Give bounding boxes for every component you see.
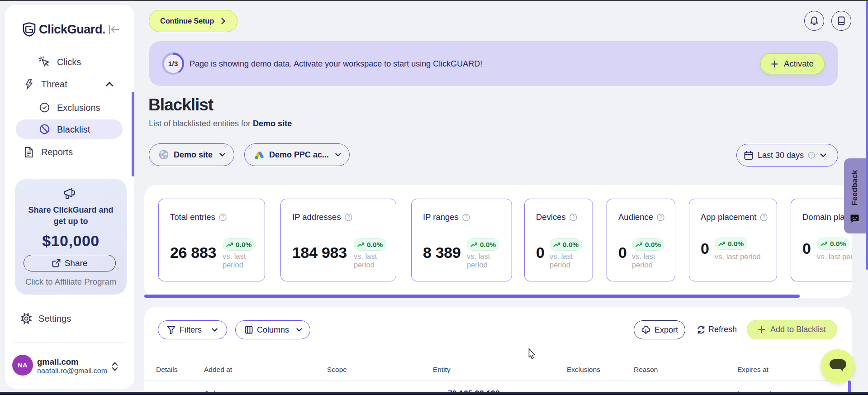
svg-text:?: ? [572, 215, 575, 220]
svg-text:?: ? [811, 153, 813, 157]
svg-text:?: ? [465, 215, 468, 220]
svg-text:?: ? [659, 215, 662, 220]
svg-text:?: ? [221, 215, 224, 220]
svg-text:?: ? [347, 215, 350, 220]
svg-text:?: ? [763, 215, 765, 220]
